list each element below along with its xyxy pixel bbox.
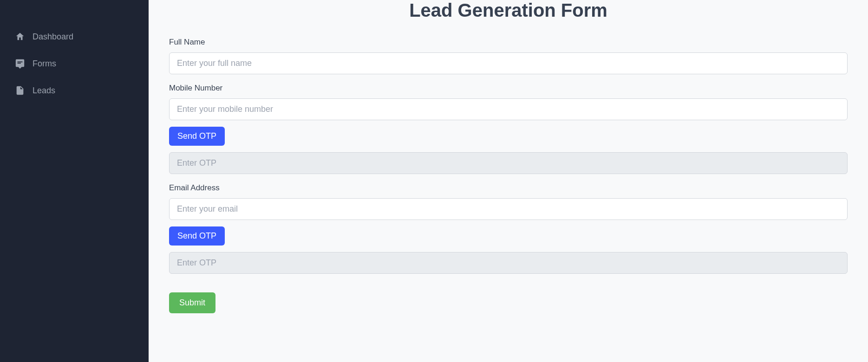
full-name-group: Full Name <box>169 38 848 74</box>
email-group: Email Address Send OTP <box>169 183 848 274</box>
sidebar-item-leads[interactable]: Leads <box>0 77 149 104</box>
sidebar-item-label: Leads <box>33 86 55 96</box>
form-icon <box>15 58 25 69</box>
home-icon <box>15 32 25 42</box>
send-otp-mobile-button[interactable]: Send OTP <box>169 127 225 146</box>
send-otp-email-button[interactable]: Send OTP <box>169 226 225 246</box>
sidebar-item-dashboard[interactable]: Dashboard <box>0 23 149 50</box>
document-icon <box>15 85 25 96</box>
mobile-otp-input[interactable] <box>169 152 848 174</box>
mobile-label: Mobile Number <box>169 84 848 93</box>
main-content: Lead Generation Form Full Name Mobile Nu… <box>149 0 868 362</box>
submit-button[interactable]: Submit <box>169 292 215 313</box>
sidebar-item-label: Forms <box>33 59 56 69</box>
mobile-input[interactable] <box>169 98 848 120</box>
full-name-input[interactable] <box>169 52 848 74</box>
email-label: Email Address <box>169 183 848 193</box>
page-title: Lead Generation Form <box>169 0 848 21</box>
email-otp-input[interactable] <box>169 252 848 274</box>
full-name-label: Full Name <box>169 38 848 47</box>
sidebar-item-label: Dashboard <box>33 32 73 42</box>
email-input[interactable] <box>169 198 848 220</box>
sidebar: Dashboard Forms Leads <box>0 0 149 362</box>
mobile-group: Mobile Number Send OTP <box>169 84 848 174</box>
sidebar-item-forms[interactable]: Forms <box>0 50 149 77</box>
